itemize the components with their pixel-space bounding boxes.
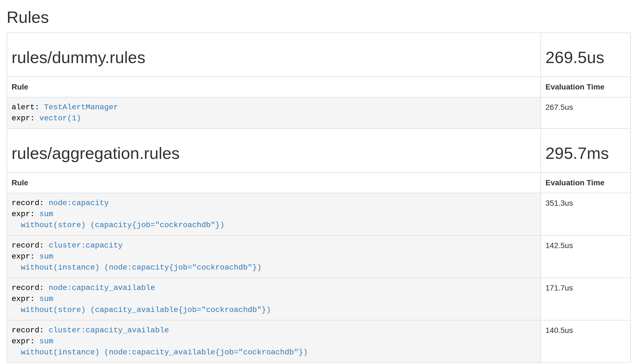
rule-name-link[interactable]: TestAlertManager xyxy=(44,103,118,112)
rule-code-cell: record: node:capacity_available expr: su… xyxy=(7,278,541,320)
rules-table: rules/dummy.rules 269.5us Rule Evaluatio… xyxy=(7,32,631,363)
rule-group-header-row: rules/aggregation.rules 295.7ms xyxy=(7,129,631,173)
evaluation-time-column-header: Evaluation Time xyxy=(545,178,604,187)
column-header-row: Rule Evaluation Time xyxy=(7,77,631,97)
rule-keyword: expr: xyxy=(12,114,39,123)
rule-evaluation-time: 142.5us xyxy=(541,235,631,278)
rule-code-cell: record: node:capacity expr: sum without(… xyxy=(7,193,541,235)
rule-group-evaluation-time-cell: 269.5us xyxy=(541,33,631,77)
rule-row: alert: TestAlertManager expr: vector(1) … xyxy=(7,97,631,129)
rule-group-name: rules/aggregation.rules xyxy=(12,144,536,162)
rule-column-header-cell: Rule xyxy=(7,77,541,97)
rule-keyword: expr: xyxy=(12,252,39,261)
rule-column-header: Rule xyxy=(12,178,28,187)
rule-keyword: expr: xyxy=(12,337,39,346)
rule-expr-link[interactable]: sum without(instance) (node:capacity{job… xyxy=(12,252,261,272)
rule-name-link[interactable]: cluster:capacity xyxy=(48,241,123,250)
rule-name-link[interactable]: node:capacity_available xyxy=(48,284,155,292)
rule-group-name: rules/dummy.rules xyxy=(12,48,536,67)
rule-code-cell: record: cluster:capacity expr: sum witho… xyxy=(7,235,541,278)
rule-row: record: cluster:capacity expr: sum witho… xyxy=(7,235,631,278)
rule-group-name-cell: rules/aggregation.rules xyxy=(7,129,541,173)
rule-name-link[interactable]: cluster:capacity_available xyxy=(48,326,169,335)
rules-table-body: rules/dummy.rules 269.5us Rule Evaluatio… xyxy=(7,33,631,363)
rule-code: record: cluster:capacity expr: sum witho… xyxy=(12,240,536,273)
rule-keyword: expr: xyxy=(12,295,39,303)
rule-keyword: record: xyxy=(12,284,48,292)
rule-expr-link[interactable]: sum without(instance) (node:capacity_ava… xyxy=(12,337,308,357)
evaluation-time-column-header-cell: Evaluation Time xyxy=(541,173,631,193)
rule-code: alert: TestAlertManager expr: vector(1) xyxy=(12,102,536,124)
rule-evaluation-time: 171.7us xyxy=(541,278,631,320)
rules-page: { "page": { "title": "Rules" }, "colors"… xyxy=(0,0,638,364)
rule-keyword: expr: xyxy=(12,210,39,218)
rule-code: record: cluster:capacity_available expr:… xyxy=(12,325,536,358)
rule-code: record: node:capacity expr: sum without(… xyxy=(12,198,536,231)
evaluation-time-column-header: Evaluation Time xyxy=(545,83,604,91)
rule-row: record: cluster:capacity_available expr:… xyxy=(7,320,631,363)
rule-group-evaluation-time: 269.5us xyxy=(545,48,626,67)
rule-row: record: node:capacity_available expr: su… xyxy=(7,278,631,320)
rule-keyword: alert: xyxy=(12,103,44,112)
rule-column-header: Rule xyxy=(12,83,28,91)
rule-expr-link[interactable]: sum without(store) (capacity_available{j… xyxy=(12,295,271,314)
rule-group-evaluation-time: 295.7ms xyxy=(545,144,626,162)
rule-code: record: node:capacity_available expr: su… xyxy=(12,282,536,316)
evaluation-time-column-header-cell: Evaluation Time xyxy=(541,77,631,97)
rule-keyword: record: xyxy=(12,326,48,335)
rule-column-header-cell: Rule xyxy=(7,173,541,193)
rule-evaluation-time: 351.3us xyxy=(541,193,631,235)
rule-keyword: record: xyxy=(12,199,48,207)
page-title: Rules xyxy=(7,8,631,26)
rule-code-cell: record: cluster:capacity_available expr:… xyxy=(7,320,541,363)
column-header-row: Rule Evaluation Time xyxy=(7,173,631,193)
rule-expr-link[interactable]: sum without(store) (capacity{job="cockro… xyxy=(12,210,225,229)
rule-group-name-cell: rules/dummy.rules xyxy=(7,33,541,77)
rule-code-cell: alert: TestAlertManager expr: vector(1) xyxy=(7,97,541,129)
rule-expr-link[interactable]: vector(1) xyxy=(39,114,81,123)
rule-evaluation-time: 267.5us xyxy=(541,97,631,129)
rule-group-evaluation-time-cell: 295.7ms xyxy=(541,129,631,173)
rule-keyword: record: xyxy=(12,241,48,250)
rule-row: record: node:capacity expr: sum without(… xyxy=(7,193,631,235)
rule-evaluation-time: 140.5us xyxy=(541,320,631,363)
rule-name-link[interactable]: node:capacity xyxy=(48,199,109,207)
rule-group-header-row: rules/dummy.rules 269.5us xyxy=(7,33,631,77)
